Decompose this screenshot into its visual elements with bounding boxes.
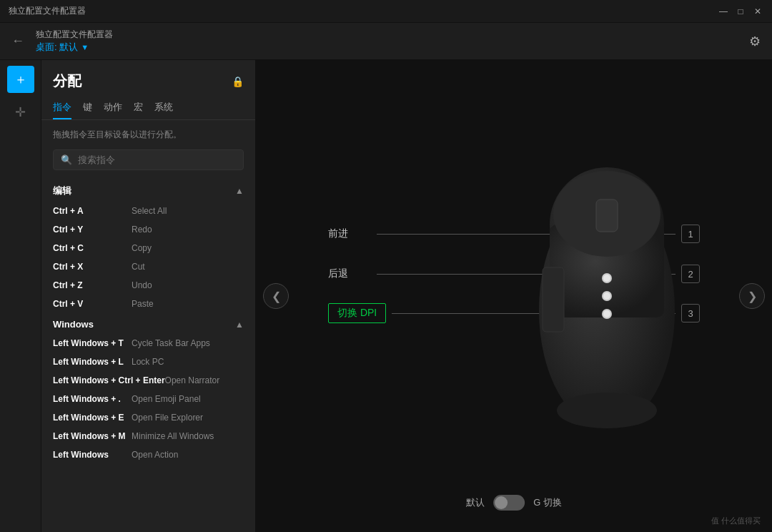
command-key: Left Windows + E [53,413,132,423]
titlebar-controls[interactable]: — □ ✕ [718,6,763,17]
forward-label: 前进 [328,227,371,240]
titlebar-title: 独立配置文件配置器 [9,5,86,17]
main-layout: ＋ ✛ 分配 🔒 指令 键 动作 宏 系统 拖拽指令至目标设备以进行分配。 🔍 … [0,60,772,532]
svg-point-13 [557,393,657,428]
section-header-edit: 编辑 ▲ [47,179,249,202]
command-list: 编辑 ▲ Ctrl + A Select All Ctrl + Y Redo C… [41,179,255,532]
command-key: Ctrl + C [53,243,132,253]
command-desc: Lock PC [132,357,164,367]
command-key: Ctrl + Z [53,280,132,290]
toggle-knob [495,496,508,509]
header-app-title: 独立配置文件配置器 [36,29,749,41]
nav-arrow-right[interactable]: ❯ [739,283,765,309]
list-item[interactable]: Left Windows + . Open Emoji Panel [47,390,249,408]
panel-title: 分配 [53,72,81,91]
svg-point-8 [603,292,610,300]
command-desc: Copy [132,243,152,253]
command-key: Left Windows + . [53,394,132,404]
command-key: Left Windows + M [53,431,132,441]
search-input[interactable] [78,154,236,165]
command-desc: Minimize All Windows [132,431,214,441]
maximize-button[interactable]: □ [735,6,746,17]
profile-label: 桌面: 默认 [36,41,78,54]
command-key: Left Windows + L [53,357,132,367]
bottom-toggle-bar: 默认 G 切换 [466,495,562,511]
list-item[interactable]: Ctrl + X Cut [47,257,249,276]
tab-system[interactable]: 系统 [154,97,173,119]
command-desc: Cut [132,262,145,272]
list-item[interactable]: Left Windows + T Cycle Task Bar Apps [47,334,249,353]
command-desc: Open File Explorer [132,413,203,423]
header-info: 独立配置文件配置器 桌面: 默认 ▼ [36,29,749,54]
icon-sidebar: ＋ ✛ [0,60,41,532]
toggle-switch[interactable] [493,495,525,511]
command-desc: Open Narrator [165,375,220,385]
titlebar: 独立配置文件配置器 — □ ✕ [0,0,772,23]
toggle-g-label: G 切换 [533,496,562,509]
chevron-left-icon: ❮ [272,290,281,303]
tab-actions[interactable]: 动作 [104,97,122,119]
right-content: ❮ 前进 1 后退 2 切换 DPI [256,60,772,532]
mouse-visualization: 前进 1 后退 2 切换 DPI 3 [307,132,721,460]
search-icon: 🔍 [61,154,72,165]
command-key: Ctrl + X [53,262,132,272]
add-icon: ＋ [14,71,27,88]
list-item[interactable]: Ctrl + Z Undo [47,276,249,295]
list-item[interactable]: Ctrl + Y Redo [47,220,249,239]
svg-rect-12 [596,200,618,232]
tab-keys[interactable]: 键 [83,97,92,119]
command-key: Left Windows + Ctrl + Enter [53,375,165,385]
svg-rect-3 [543,267,564,332]
command-key: Left Windows [53,450,132,460]
close-button[interactable]: ✕ [752,6,763,17]
section-toggle-edit[interactable]: ▲ [235,186,244,196]
section-toggle-windows[interactable]: ▲ [235,320,244,330]
command-desc: Select All [132,206,167,216]
list-item[interactable]: Left Windows + E Open File Explorer [47,408,249,427]
section-header-windows: Windows ▲ [47,313,249,334]
tab-macros[interactable]: 宏 [134,97,143,119]
dpi-label: 切换 DPI [328,303,386,323]
list-item[interactable]: Ctrl + C Copy [47,239,249,257]
mouse-svg [514,153,700,439]
header: ← 独立配置文件配置器 桌面: 默认 ▼ ⚙ [0,23,772,60]
command-key: Ctrl + V [53,299,132,309]
settings-icon[interactable]: ⚙ [749,34,761,49]
move-icon: ✛ [15,104,26,120]
back-button[interactable]: ← [11,34,24,49]
command-desc: Open Emoji Panel [132,394,201,404]
command-desc: Redo [132,225,152,235]
command-key: Ctrl + Y [53,225,132,235]
list-item[interactable]: Left Windows + L Lock PC [47,353,249,371]
sidebar-move-button[interactable]: ✛ [7,99,34,126]
tab-commands[interactable]: 指令 [53,97,71,119]
list-item[interactable]: Left Windows + Ctrl + Enter Open Narrato… [47,371,249,390]
minimize-button[interactable]: — [718,6,729,17]
section-title-windows: Windows [53,319,94,330]
svg-point-7 [603,275,610,282]
toggle-default-label: 默认 [466,496,485,509]
command-desc: Undo [132,280,152,290]
list-item[interactable]: Left Windows Open Action [47,445,249,464]
command-desc: Paste [132,299,154,309]
command-key: Ctrl + A [53,206,132,216]
list-item[interactable]: Left Windows + M Minimize All Windows [47,427,249,445]
header-profile[interactable]: 桌面: 默认 ▼ [36,41,749,54]
lock-icon: 🔒 [232,76,244,87]
profile-chevron: ▼ [81,43,89,51]
watermark: 值 什么值得买 [711,516,761,526]
list-item[interactable]: Ctrl + V Paste [47,295,249,313]
drag-hint: 拖拽指令至目标设备以进行分配。 [41,126,255,147]
command-key: Left Windows + T [53,338,132,348]
back-label: 后退 [328,267,371,280]
nav-arrow-left[interactable]: ❮ [263,283,289,309]
command-desc: Open Action [132,450,178,460]
svg-point-9 [603,310,610,317]
section-title-edit: 编辑 [53,184,71,197]
left-panel: 分配 🔒 指令 键 动作 宏 系统 拖拽指令至目标设备以进行分配。 🔍 编辑 ▲… [41,60,256,532]
command-desc: Cycle Task Bar Apps [132,338,210,348]
list-item[interactable]: Ctrl + A Select All [47,202,249,220]
panel-header: 分配 🔒 [41,60,255,97]
search-box[interactable]: 🔍 [53,149,244,170]
sidebar-add-button[interactable]: ＋ [7,66,34,93]
